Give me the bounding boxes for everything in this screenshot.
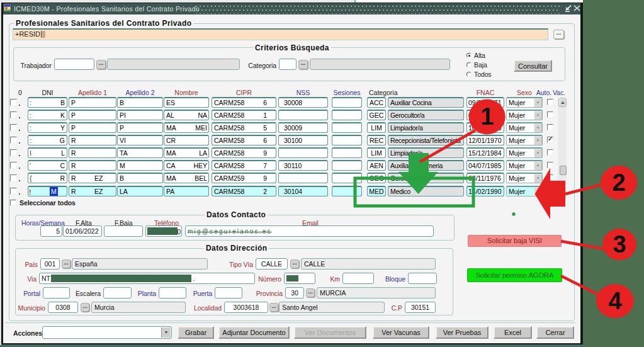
- svg-text:3: 3: [613, 231, 626, 258]
- svg-text:4: 4: [608, 288, 621, 314]
- svg-text:1: 1: [480, 103, 494, 130]
- svg-text:2: 2: [612, 169, 625, 196]
